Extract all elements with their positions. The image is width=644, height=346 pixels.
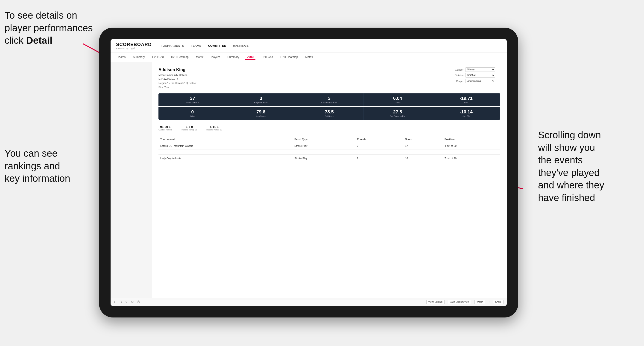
- logo-area: SCOREBOARD Powered by clippd: [116, 42, 152, 49]
- col-rounds: Rounds: [355, 136, 403, 142]
- player-controls: Gender Women Division NJCAA I: [450, 67, 500, 83]
- share-icon[interactable]: ⤴: [488, 300, 490, 304]
- subnav-h2h-heatmap[interactable]: H2H Heatmap: [170, 54, 190, 60]
- stat-row1-2: 3Conference Rank: [295, 93, 364, 106]
- nav-teams[interactable]: TEAMS: [191, 43, 201, 48]
- subnav-summary[interactable]: Summary: [132, 54, 146, 60]
- subnav-matrix2[interactable]: Matrix: [304, 54, 314, 60]
- bottom-toolbar: ↩ ↪ ↺ ⚙ ⏱ View: Original Save Custom Vie…: [110, 298, 507, 306]
- view-original-btn[interactable]: View: Original: [426, 300, 445, 304]
- stats-row2: 0Wins79.6Avg Score78.5Adj Score27.8Avg S…: [158, 107, 500, 120]
- stat-row1-1: 3Regional Rank: [227, 93, 295, 106]
- timer-icon[interactable]: ⏱: [137, 300, 140, 304]
- stats-row1: 37National Rank3Regional Rank3Conference…: [158, 93, 500, 106]
- logo-text: SCOREBOARD: [116, 42, 152, 47]
- record-1: 1-5-0Record vs top 25: [182, 125, 197, 131]
- undo-icon[interactable]: ↩: [114, 300, 116, 304]
- save-custom-btn[interactable]: Save Custom View: [448, 300, 471, 304]
- subnav-players[interactable]: Players: [209, 54, 221, 60]
- record-2: 5-11-1Record vs top 50: [206, 125, 222, 131]
- stat-row1-4: -19.71SoS: [432, 93, 500, 106]
- table-row: Lady Coyote Invite Stroke Play 2 16 7 ou…: [158, 155, 500, 162]
- subnav-teams[interactable]: Teams: [116, 54, 127, 60]
- player-year: First Year: [158, 86, 169, 89]
- division-select[interactable]: NJCAA I: [465, 73, 495, 78]
- logo-sub: Powered by clippd: [116, 47, 135, 49]
- tablet-screen: SCOREBOARD Powered by clippd TOURNAMENTS…: [110, 39, 507, 306]
- player-select[interactable]: Addison King: [465, 79, 495, 83]
- subnav-h2h-grid[interactable]: H2H Grid: [151, 54, 165, 60]
- nav-tournaments[interactable]: TOURNAMENTS: [161, 43, 184, 48]
- sub-nav: Teams Summary H2H Grid H2H Heatmap Matri…: [110, 52, 507, 62]
- player-label-ctrl: Player: [450, 80, 464, 83]
- stat-row2-1: 79.6Avg Score: [227, 107, 295, 120]
- gender-label: Gender: [450, 68, 464, 71]
- annotation-right: Scrolling down will show you the events …: [538, 129, 640, 204]
- stat-row2-4: -10.14Avg SG: [432, 107, 500, 120]
- content-area: Addison King Mesa Community College NJCA…: [110, 62, 507, 298]
- subnav-detail[interactable]: Detail: [245, 54, 256, 60]
- player-division: NJCAA Division 1: [158, 78, 178, 81]
- left-panel: [110, 62, 152, 298]
- stat-row2-3: 27.8Avg Score to Par: [364, 107, 432, 120]
- player-info: Addison King Mesa Community College NJCA…: [158, 67, 196, 89]
- subnav-h2h-grid2[interactable]: H2H Grid: [260, 54, 274, 60]
- player-name: Addison King: [158, 67, 196, 72]
- col-position: Position: [443, 136, 500, 142]
- player-region: Region 1 - Southwest (18) District: [158, 82, 196, 84]
- gender-control: Gender Women: [450, 67, 500, 72]
- nav-committee[interactable]: COMMITTEE: [208, 43, 226, 48]
- main-content: Addison King Mesa Community College NJCA…: [152, 62, 507, 298]
- records-row: 91-20-1Overall Record1-5-0Record vs top …: [158, 123, 500, 133]
- subnav-summary2[interactable]: Summary: [226, 54, 240, 60]
- main-nav: TOURNAMENTS TEAMS COMMITTEE RANKINGS: [161, 43, 248, 48]
- settings-icon[interactable]: ⚙: [131, 300, 134, 304]
- tablet-frame: SCOREBOARD Powered by clippd TOURNAMENTS…: [99, 28, 518, 318]
- player-header: Addison King Mesa Community College NJCA…: [158, 67, 500, 89]
- table-row: [158, 150, 500, 155]
- stat-row2-2: 78.5Adj Score: [295, 107, 364, 120]
- record-0: 91-20-1Overall Record: [158, 125, 172, 131]
- annotation-top-left: To see details on player performances cl…: [4, 9, 97, 47]
- division-label: Division: [450, 74, 464, 77]
- division-control: Division NJCAA I: [450, 73, 500, 78]
- col-event-type: Event Type: [292, 136, 355, 142]
- share-btn[interactable]: Share: [493, 300, 504, 304]
- redo-icon[interactable]: ↪: [120, 300, 122, 304]
- col-score: Score: [403, 136, 443, 142]
- table-row: Estella CC- Mountain Classic Stroke Play…: [158, 142, 500, 150]
- tournament-table: Tournament Event Type Rounds Score Posit…: [158, 136, 500, 162]
- stat-row2-0: 0Wins: [158, 107, 227, 120]
- stat-row1-3: 6.04Points: [364, 93, 432, 106]
- col-tournament: Tournament: [158, 136, 292, 142]
- watch-btn[interactable]: Watch: [474, 300, 485, 304]
- subnav-h2h-heatmap2[interactable]: H2H Heatmap: [279, 54, 299, 60]
- annotation-bottom-left: You can see rankings and key information: [4, 147, 101, 185]
- nav-rankings[interactable]: RANKINGS: [233, 43, 248, 48]
- player-school: Mesa Community College: [158, 74, 188, 76]
- refresh-icon[interactable]: ↺: [125, 300, 128, 304]
- subnav-matrix[interactable]: Matrix: [195, 54, 205, 60]
- player-control: Player Addison King: [450, 79, 500, 83]
- gender-select[interactable]: Women: [465, 67, 495, 72]
- app-header: SCOREBOARD Powered by clippd TOURNAMENTS…: [110, 39, 507, 52]
- stat-row1-0: 37National Rank: [158, 93, 227, 106]
